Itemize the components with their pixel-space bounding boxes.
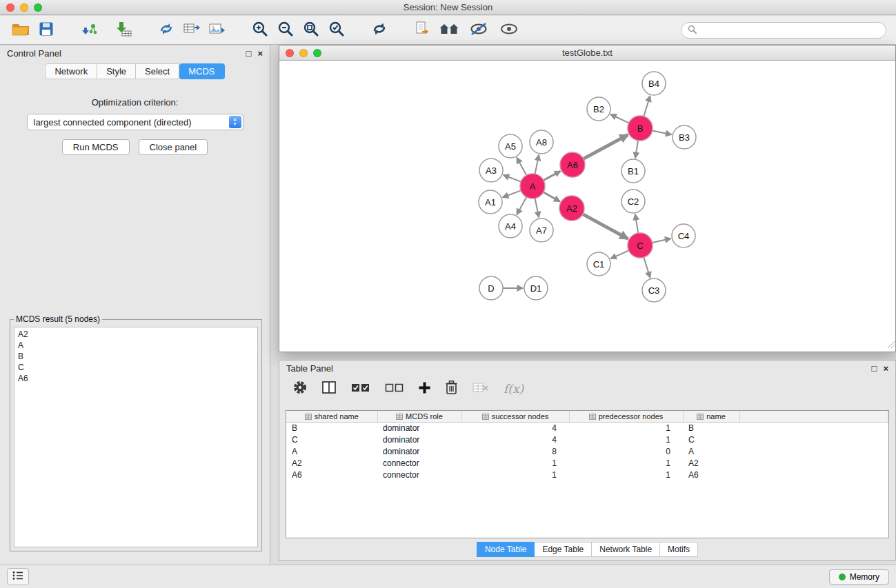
close-panel-button[interactable]: Close panel: [139, 139, 208, 155]
graph-edge-A-A4[interactable]: [517, 197, 526, 215]
graph-edge-B-B1[interactable]: [635, 141, 638, 158]
import-network-button[interactable]: [78, 19, 100, 41]
tab-network-table[interactable]: Network Table: [592, 542, 660, 557]
network-canvas[interactable]: B4B2BB3A5A8A6B1A3AC2A1A2A4A7C4CC1C3DD1: [279, 61, 895, 352]
float-panel-icon[interactable]: □: [246, 50, 252, 58]
column-header-MCDS-role[interactable]: MCDS role: [377, 411, 461, 423]
graph-node-C2[interactable]: C2: [621, 190, 645, 213]
network-arrows-button[interactable]: [155, 19, 177, 41]
result-item[interactable]: B: [18, 351, 254, 362]
tab-edge-table[interactable]: Edge Table: [535, 542, 592, 557]
image-export-button[interactable]: [206, 19, 228, 41]
graph-node-D1[interactable]: D1: [524, 276, 548, 300]
optimization-dropdown[interactable]: largest connected component (directed) ▲…: [27, 114, 243, 130]
network-minimize-traffic-light[interactable]: [299, 49, 308, 57]
mcds-result-list[interactable]: A2ABCA6: [14, 327, 258, 547]
result-item[interactable]: A6: [18, 373, 254, 384]
graph-edge-B-B2[interactable]: [610, 114, 629, 123]
search-input[interactable]: [700, 26, 879, 35]
apply-layout-button[interactable]: [368, 19, 390, 41]
memory-button[interactable]: Memory: [829, 569, 889, 585]
column-header-predecessor-nodes[interactable]: predecessor nodes: [569, 411, 683, 423]
column-header-successor-nodes[interactable]: successor nodes: [461, 411, 569, 423]
close-panel-icon[interactable]: ×: [257, 50, 263, 58]
tab-node-table[interactable]: Node Table: [477, 542, 535, 557]
zoom-fit-button[interactable]: [300, 19, 322, 41]
task-history-button[interactable]: [7, 568, 29, 585]
graph-node-A5[interactable]: A5: [499, 134, 522, 158]
graph-edge-C-C1[interactable]: [610, 250, 628, 258]
table-row[interactable]: Adominator80A: [286, 446, 888, 458]
zoom-in-button[interactable]: [249, 19, 271, 41]
tab-select[interactable]: Select: [136, 63, 179, 79]
function-builder-button[interactable]: f(x): [504, 382, 524, 396]
import-table-button[interactable]: [112, 19, 135, 41]
graph-node-A[interactable]: A: [520, 174, 545, 199]
network-from-table-button[interactable]: [181, 19, 203, 41]
run-mcds-button[interactable]: Run MCDS: [62, 139, 130, 155]
column-header-name[interactable]: name: [683, 411, 739, 423]
graph-edge-B-B4[interactable]: [644, 96, 650, 116]
graph-node-C3[interactable]: C3: [642, 278, 666, 302]
unselect-all-button[interactable]: [385, 382, 404, 396]
create-column-button[interactable]: [419, 382, 430, 396]
open-session-button[interactable]: [10, 19, 32, 41]
graph-edge-A6-B[interactable]: [584, 135, 628, 159]
table-row[interactable]: Bdominator41B: [286, 423, 888, 435]
table-row[interactable]: A6connector11A6: [286, 469, 888, 481]
graph-edge-A-A7[interactable]: [535, 199, 539, 218]
graph-node-A2[interactable]: A2: [559, 196, 584, 221]
graph-edge-A-A3[interactable]: [504, 175, 521, 182]
graph-edge-C-C3[interactable]: [644, 257, 650, 278]
result-item[interactable]: A: [18, 340, 254, 351]
graph-node-C[interactable]: C: [628, 233, 653, 258]
graph-edge-A2-C[interactable]: [583, 214, 628, 239]
zoom-traffic-light[interactable]: [34, 3, 42, 12]
search-field[interactable]: [681, 22, 886, 39]
select-all-button[interactable]: [351, 382, 370, 396]
graph-edge-C-C2[interactable]: [635, 214, 638, 233]
table-settings-button[interactable]: [293, 381, 307, 397]
graph-node-C4[interactable]: C4: [672, 224, 695, 247]
graph-node-A6[interactable]: A6: [560, 152, 585, 177]
minimize-traffic-light[interactable]: [20, 3, 28, 12]
show-columns-button[interactable]: [322, 381, 336, 396]
save-session-button[interactable]: [35, 19, 57, 41]
close-table-panel-icon[interactable]: ×: [883, 365, 888, 373]
zoom-selected-button[interactable]: [326, 19, 348, 41]
close-traffic-light[interactable]: [6, 3, 14, 12]
graph-edge-A-A1[interactable]: [503, 190, 521, 197]
network-zoom-traffic-light[interactable]: [313, 49, 321, 57]
hide-graphics-details-button[interactable]: [466, 19, 492, 41]
graph-edge-C-C4[interactable]: [653, 239, 671, 243]
zoom-out-button[interactable]: [275, 19, 297, 41]
graph-node-C1[interactable]: C1: [587, 252, 610, 276]
network-close-traffic-light[interactable]: [286, 49, 294, 57]
tab-style[interactable]: Style: [97, 63, 136, 79]
result-item[interactable]: A2: [18, 329, 254, 340]
graph-edge-A-A2[interactable]: [544, 192, 560, 201]
graph-node-B4[interactable]: B4: [642, 72, 666, 95]
graph-node-D[interactable]: D: [479, 276, 503, 300]
result-item[interactable]: C: [18, 362, 254, 373]
graph-edge-A-A5[interactable]: [517, 158, 526, 176]
document-arrow-button[interactable]: [411, 19, 433, 41]
column-header-shared-name[interactable]: shared name: [286, 411, 377, 423]
tab-motifs[interactable]: Motifs: [660, 542, 698, 557]
graph-edge-A-A6[interactable]: [544, 171, 561, 180]
graph-node-A7[interactable]: A7: [530, 219, 553, 242]
tab-mcds[interactable]: MCDS: [179, 63, 224, 79]
graph-edge-B-B3[interactable]: [653, 131, 672, 135]
graph-node-B1[interactable]: B1: [621, 159, 645, 183]
graph-node-B2[interactable]: B2: [587, 97, 610, 121]
delete-column-button[interactable]: [446, 381, 457, 397]
show-graphics-details-button[interactable]: [496, 19, 522, 41]
delete-table-button[interactable]: [472, 382, 488, 396]
table-row[interactable]: A2connector11A2: [286, 458, 888, 469]
tab-network[interactable]: Network: [45, 63, 97, 79]
graph-node-B[interactable]: B: [628, 116, 653, 141]
resize-grip-icon[interactable]: [886, 338, 895, 351]
graph-node-A1[interactable]: A1: [479, 190, 502, 214]
graph-edge-A-A8[interactable]: [535, 155, 539, 174]
graph-node-A4[interactable]: A4: [499, 214, 522, 238]
